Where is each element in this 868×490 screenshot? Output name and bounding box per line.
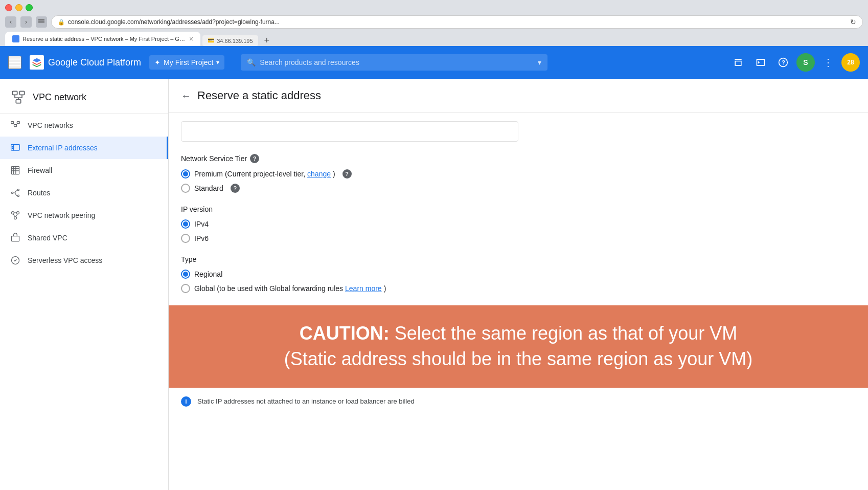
cloud-shell-button[interactable] [751,53,770,72]
standard-help-icon[interactable]: ? [231,184,240,193]
svg-point-33 [14,217,17,219]
sidebar-label-shared-vpc: Shared VPC [28,234,67,242]
svg-rect-4 [9,65,20,66]
vpc-peering-icon [10,210,20,220]
svg-rect-37 [12,236,19,241]
regional-radio[interactable] [181,270,190,279]
tab-extension: 💳 34.66.139.195 [202,35,258,46]
sidebar-item-external-ip[interactable]: External IP addresses [0,137,168,159]
svg-point-28 [12,192,13,193]
close-button[interactable] [5,4,12,11]
ipv6-label: IPv6 [194,234,209,242]
standard-tier-option[interactable]: Standard ? [181,184,856,193]
ipv4-option[interactable]: IPv4 [181,219,856,229]
sidebar-item-shared-vpc[interactable]: Shared VPC [0,227,168,249]
back-button[interactable]: ← [181,90,191,102]
learn-more-link[interactable]: Learn more [345,284,382,293]
lock-icon: 🔒 [58,19,65,26]
sidebar-label-external-ip: External IP addresses [28,144,98,152]
caution-text: CAUTION: Select the same region as that … [199,321,837,372]
caution-banner: CAUTION: Select the same region as that … [169,305,868,388]
gcp-logo: Google Cloud Platform [30,55,141,70]
address-bar[interactable]: 🔒 console.cloud.google.com/networking/ad… [51,15,863,29]
new-tab-button[interactable]: + [260,35,274,46]
premium-tier-option[interactable]: Premium (Current project-level tier, cha… [181,169,856,179]
svg-rect-1 [38,21,44,23]
marketplace-button[interactable] [729,53,747,72]
type-label: Type [181,255,856,263]
premium-radio[interactable] [181,169,190,179]
chevron-down-icon: ▾ [216,59,219,66]
svg-text:?: ? [782,59,785,65]
info-icon: i [181,396,191,407]
svg-line-35 [13,214,15,217]
sidebar-toggle-button[interactable] [36,16,47,28]
top-navigation: Google Cloud Platform ✦ My First Project… [0,46,868,79]
sidebar: VPC network VPC networks [0,79,169,490]
svg-point-32 [17,212,19,214]
gcp-logo-text: Google Cloud Platform [48,57,141,68]
page-header: ← Reserve a static address [169,79,868,113]
tab-favicon [12,35,19,42]
sidebar-item-routes[interactable]: Routes [0,182,168,204]
bottom-info-bar: i Static IP addresses not attached to an… [169,388,868,415]
forward-nav-button[interactable]: › [20,16,32,28]
notification-badge[interactable]: 28 [841,53,860,72]
sidebar-item-firewall[interactable]: Firewall [0,159,168,182]
reload-button[interactable]: ↻ [850,18,856,26]
more-options-button[interactable]: ⋮ [819,53,837,72]
vpc-networks-icon [10,120,20,130]
svg-rect-14 [11,122,14,124]
sidebar-item-serverless-vpc[interactable]: Serverless VPC access [0,249,168,272]
svg-rect-9 [16,100,20,103]
svg-line-36 [16,214,17,217]
description-input[interactable] [181,121,518,142]
change-link[interactable]: change [307,170,331,178]
regional-option[interactable]: Regional [181,270,856,279]
vpc-network-icon [10,89,27,105]
svg-point-21 [12,146,13,147]
minimize-button[interactable] [15,4,22,11]
global-label: Global (to be used with Global forwardin… [194,284,386,293]
sidebar-header: VPC network [0,79,168,114]
url-text: console.cloud.google.com/networking/addr… [68,18,847,26]
standard-radio[interactable] [181,184,190,193]
svg-rect-3 [9,62,20,63]
caution-line2: (Static address should be in the same re… [284,348,752,369]
ipv6-radio[interactable] [181,234,190,243]
global-radio[interactable] [181,284,190,293]
project-selector[interactable]: ✦ My First Project ▾ [149,55,224,70]
network-tier-help-icon[interactable]: ? [250,154,259,163]
tab-close-button[interactable]: × [189,35,193,43]
external-ip-icon [10,143,20,153]
help-button[interactable]: ? [774,53,792,72]
sidebar-item-vpc-peering[interactable]: VPC network peering [0,204,168,227]
sidebar-label-vpc-peering: VPC network peering [28,211,95,219]
search-bar[interactable]: 🔍 Search products and resources ▾ [241,54,547,71]
svg-rect-0 [38,19,44,20]
serverless-vpc-icon [10,255,20,265]
svg-rect-19 [11,144,20,150]
global-option[interactable]: Global (to be used with Global forwardin… [181,284,856,293]
network-service-tier-section: Network Service Tier ? Premium (Current … [181,154,856,193]
sidebar-item-vpc-networks[interactable]: VPC networks [0,114,168,137]
search-placeholder-text: Search products and resources [260,58,534,66]
browser-nav: ‹ › 🔒 console.cloud.google.com/networkin… [5,15,863,29]
ipv4-radio[interactable] [181,219,190,229]
ipv6-option[interactable]: IPv6 [181,234,856,243]
caution-bold-text: CAUTION: [300,323,390,344]
page-content: ← Reserve a static address Network Servi… [169,79,868,490]
shared-vpc-icon [10,233,20,243]
browser-chrome: ‹ › 🔒 console.cloud.google.com/networkin… [0,0,868,46]
search-chevron-icon: ▾ [538,58,541,66]
user-avatar[interactable]: S [796,53,815,72]
maximize-button[interactable] [26,4,33,11]
browser-tab-active[interactable]: Reserve a static address – VPC network –… [5,32,200,46]
premium-tier-label: Premium (Current project-level tier, cha… [194,170,335,178]
svg-line-18 [15,124,18,125]
regional-label: Regional [194,270,222,278]
hamburger-menu-button[interactable] [8,56,21,69]
premium-help-icon[interactable]: ? [342,169,352,179]
svg-point-29 [17,189,19,191]
back-nav-button[interactable]: ‹ [5,16,16,28]
